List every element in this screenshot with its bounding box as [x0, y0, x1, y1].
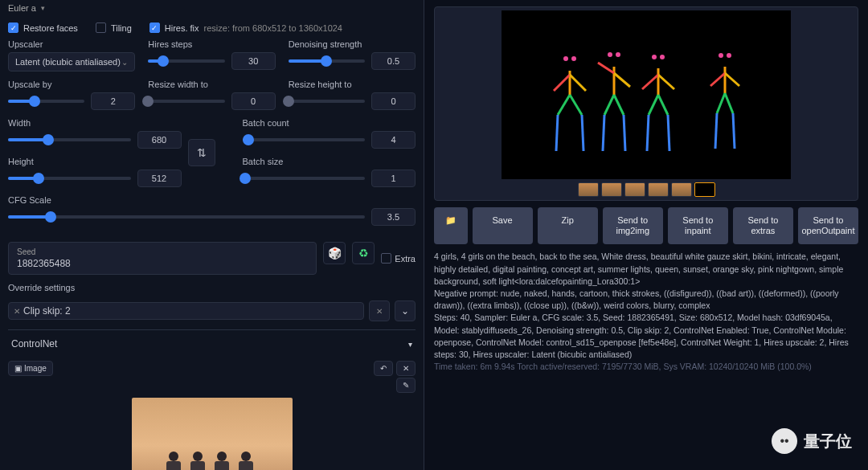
svg-line-15: [614, 73, 630, 87]
svg-line-22: [668, 115, 669, 151]
seed-input[interactable]: 1882365488: [17, 258, 308, 269]
seed-extra-checkbox[interactable]: [381, 253, 391, 264]
svg-line-2: [570, 95, 582, 115]
override-clear-button[interactable]: ✕: [369, 300, 390, 321]
resize-w-value[interactable]: 0: [231, 92, 276, 110]
upscale-by-value[interactable]: 2: [91, 92, 135, 110]
info-prompt: 4 girls, 4 girls on the beach, back to t…: [434, 251, 858, 288]
batch-size-slider[interactable]: [243, 177, 366, 180]
controlnet-accordion[interactable]: ControlNet ▾: [8, 329, 416, 356]
override-dropdown-button[interactable]: ⌄: [395, 300, 416, 321]
svg-point-8: [571, 56, 576, 61]
denoise-slider[interactable]: [289, 59, 365, 63]
image-tab[interactable]: ▣ Image: [8, 361, 53, 376]
svg-line-20: [658, 95, 668, 115]
cfg-slider[interactable]: [8, 215, 365, 219]
send-extras-button[interactable]: Send to extras: [733, 207, 793, 244]
openpose-skeleton: [502, 10, 791, 179]
batch-count-value[interactable]: 4: [371, 131, 416, 149]
thumb-2[interactable]: [601, 182, 622, 197]
resize-w-slider[interactable]: [148, 100, 224, 103]
thumb-3[interactable]: [624, 182, 645, 197]
width-value[interactable]: 680: [137, 131, 182, 149]
thumb-4[interactable]: [648, 182, 669, 197]
svg-point-26: [660, 55, 665, 59]
clear-image-button[interactable]: ✕: [396, 361, 416, 376]
accordion-toggle-icon: ▾: [408, 340, 412, 349]
controlnet-input-image[interactable]: [132, 398, 293, 470]
output-thumbnails: [438, 182, 854, 197]
height-slider[interactable]: [8, 177, 131, 180]
hires-fix-label: Hires. fix: [165, 23, 199, 33]
watermark-text: 量子位: [804, 431, 852, 452]
tag-remove-icon[interactable]: ✕: [14, 307, 20, 316]
upscaler-value: Latent (bicubic antialiased): [15, 57, 121, 67]
chevron-down-icon: ▾: [41, 4, 45, 12]
cfg-label: CFG Scale: [8, 195, 416, 205]
svg-point-34: [719, 53, 723, 58]
svg-line-12: [603, 115, 604, 151]
tiling-checkbox[interactable]: [96, 22, 106, 33]
hires-steps-slider[interactable]: [148, 59, 224, 63]
output-panel: [434, 6, 858, 201]
send-inpaint-button[interactable]: Send to inpaint: [668, 207, 728, 244]
svg-line-21: [647, 115, 649, 151]
svg-point-25: [652, 55, 657, 59]
cfg-value[interactable]: 3.5: [371, 208, 416, 226]
resize-h-value[interactable]: 0: [371, 92, 416, 110]
restore-faces-checkbox[interactable]: ✓: [8, 22, 18, 33]
svg-point-7: [563, 56, 568, 61]
upscaler-select[interactable]: Latent (bicubic antialiased) ⌄: [8, 52, 135, 72]
svg-line-31: [733, 113, 735, 149]
zip-button[interactable]: Zip: [538, 207, 598, 244]
upscale-by-slider[interactable]: [8, 100, 84, 103]
seed-reuse-button[interactable]: ♻: [352, 242, 375, 264]
width-slider[interactable]: [8, 138, 131, 141]
undo-button[interactable]: ↶: [374, 361, 393, 376]
batch-count-label: Batch count: [243, 118, 416, 128]
seed-random-button[interactable]: 🎲: [323, 242, 346, 264]
hires-steps-label: Hires steps: [148, 39, 275, 49]
hires-steps-value[interactable]: 30: [231, 52, 276, 70]
batch-size-label: Batch size: [243, 157, 416, 166]
seed-extra-label: Extra: [395, 254, 416, 264]
svg-line-4: [582, 115, 583, 151]
denoise-value[interactable]: 0.5: [371, 52, 416, 70]
svg-line-24: [658, 75, 674, 89]
svg-point-17: [616, 52, 620, 57]
override-label: Override settings: [8, 283, 416, 292]
swap-dims-button[interactable]: ⇅: [188, 139, 215, 166]
batch-size-value[interactable]: 1: [371, 170, 416, 187]
restore-faces-label: Restore faces: [23, 23, 78, 33]
edit-image-button[interactable]: ✎: [396, 378, 416, 393]
open-folder-button[interactable]: 📁: [434, 207, 468, 244]
generation-info: 4 girls, 4 girls on the beach, back to t…: [434, 251, 858, 373]
override-tag-text: Clip skip: 2: [23, 305, 71, 317]
svg-line-29: [725, 93, 733, 113]
info-params: Steps: 40, Sampler: Euler a, CFG scale: …: [434, 312, 858, 361]
send-img2img-button[interactable]: Send to img2img: [603, 207, 663, 244]
resize-w-label: Resize width to: [148, 80, 275, 89]
controlnet-title: ControlNet: [11, 338, 57, 349]
info-neg-prompt: Negative prompt: nude, naked, hands, car…: [434, 288, 858, 312]
svg-line-32: [710, 73, 725, 86]
upscale-by-label: Upscale by: [8, 80, 135, 89]
seed-label: Seed: [17, 247, 308, 256]
batch-count-slider[interactable]: [243, 138, 366, 141]
thumb-5[interactable]: [671, 182, 692, 197]
thumb-1[interactable]: [578, 182, 599, 197]
thumb-6[interactable]: [694, 182, 715, 197]
svg-line-3: [556, 115, 558, 151]
svg-line-5: [554, 75, 570, 91]
action-row: 📁 Save Zip Send to img2img Send to inpai…: [434, 207, 858, 244]
output-image[interactable]: [502, 10, 791, 179]
hires-fix-checkbox[interactable]: ✓: [149, 22, 160, 33]
image-tab-label: Image: [24, 364, 47, 373]
hires-check-row: ✓ Restore faces Tiling ✓ Hires. fix resi…: [8, 16, 416, 39]
send-openoutpaint-button[interactable]: Send to openOutpaint: [798, 207, 858, 244]
resize-h-slider[interactable]: [289, 100, 365, 103]
save-button[interactable]: Save: [473, 207, 533, 244]
override-tag[interactable]: ✕ Clip skip: 2: [8, 302, 364, 320]
height-value[interactable]: 512: [137, 170, 182, 187]
svg-line-10: [604, 95, 614, 115]
